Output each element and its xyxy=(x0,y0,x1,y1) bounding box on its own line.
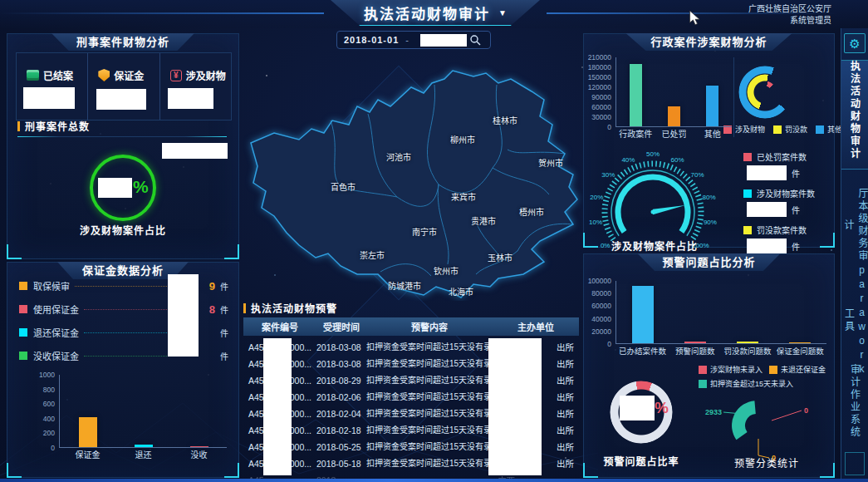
ring-caption: 涉及财物案件占比 xyxy=(40,223,206,237)
sidebar-item-label: parawork工具 xyxy=(842,264,868,377)
gauge-tick-labels: 0%10%20%30%40%50%60%70%80%90%100% xyxy=(591,147,715,243)
org-suffix: 出所 xyxy=(557,406,574,422)
case-prefix: A45 xyxy=(248,372,264,389)
legend-label: 使用保证金 xyxy=(33,302,79,316)
panel-title-plate: 刑事案件财物分析 xyxy=(51,33,194,51)
gauge-tick-label: 80% xyxy=(703,193,716,200)
redaction-box xyxy=(488,338,542,475)
bottom-accent-strip xyxy=(0,479,868,482)
case-prefix: A45 xyxy=(248,339,264,356)
column-header: 预警内容 xyxy=(366,320,493,333)
legend-value-row: 件 xyxy=(747,202,831,217)
gauge-tick-label: 40% xyxy=(621,155,635,163)
case-prefix: A45 xyxy=(248,356,264,372)
legend-value-row: 件 xyxy=(747,165,831,180)
chevron-down-icon[interactable]: ▼ xyxy=(498,8,507,17)
shield-icon xyxy=(98,69,110,81)
legend-unit: 件 xyxy=(220,303,232,316)
chart-y-axis: 100000800006000040000200000 xyxy=(586,281,615,344)
chart-bar-group: 保证金问题数 xyxy=(774,281,826,343)
warning-class-legend: 涉案财物未录入未退还保证金扣押资金超过15天未录入 xyxy=(699,364,835,389)
legend-color-swatch xyxy=(773,125,782,134)
legend-color-swatch xyxy=(19,282,27,290)
legend-item: 涉及财物案件数件 xyxy=(743,187,831,217)
org-suffix: 出所 xyxy=(557,339,574,356)
legend-label-row: 罚没款案件数 xyxy=(743,224,831,236)
column-header: 案件编号 xyxy=(243,320,316,333)
legend-color-swatch xyxy=(769,366,777,374)
map-city-label: 钦州市 xyxy=(434,264,459,277)
legend-item: 已处罚案件数件 xyxy=(743,150,831,180)
cell-date: 2018-..-.. xyxy=(316,472,366,479)
legend-color-swatch xyxy=(19,352,27,360)
legend-label: 取保候审 xyxy=(33,279,70,293)
class-value-teal: 2933 xyxy=(705,408,722,416)
chart-bar-group: 没收 xyxy=(171,375,227,447)
user-info-block: 广西壮族自治区公安厅 系统管理员 xyxy=(748,3,831,27)
legend-color-swatch xyxy=(19,305,27,313)
orange-tick-decoration xyxy=(17,121,20,131)
org-suffix: 出所 xyxy=(557,372,574,389)
table-header-row: 案件编号 受理时间 预警内容 主办单位 xyxy=(243,317,579,336)
chart-bar xyxy=(684,342,706,343)
cell-date: 2018-03-08 xyxy=(316,356,366,372)
legend-item: 退还保证金件 xyxy=(19,321,232,344)
cell-content: 扣押资金受案时间超过15天没有录入 xyxy=(366,422,493,439)
gauge-tick-label: 70% xyxy=(691,171,704,179)
redaction-box xyxy=(747,202,787,217)
orange-tick-decoration xyxy=(243,303,246,313)
map-city-label: 防城港市 xyxy=(388,279,421,292)
legend-item: 罚没款案件数件 xyxy=(743,224,831,253)
sidebar-bottom-box[interactable] xyxy=(845,452,865,475)
app-title-plate: 执法活动财物审计 ▼ xyxy=(331,0,540,26)
start-date-value[interactable]: 2018-01-01 xyxy=(344,35,399,45)
chart-category-label: 没收 xyxy=(191,448,208,460)
mouse-cursor xyxy=(689,11,701,26)
warning-bar-chart: 100000800006000040000200000已办结案件数预警问题数罚没… xyxy=(586,281,826,344)
redaction-box xyxy=(23,87,75,109)
column-header: 受理时间 xyxy=(316,320,366,333)
org-suffix: 出所 xyxy=(557,439,574,455)
admin-donut-ring-property xyxy=(753,81,777,104)
guangxi-province-map[interactable]: 桂林市柳州市贺州市河池市百色市来宾市梧州市贵港市南宁市玉林市崇左市钦州市防城港市… xyxy=(243,52,584,301)
case-prefix: A45 xyxy=(248,439,264,455)
sidebar-item[interactable]: parawork工具 xyxy=(841,264,868,362)
legend-unit: 件 xyxy=(220,280,232,293)
map-city-label: 柳州市 xyxy=(450,133,475,145)
stat-label: 涉及财物 xyxy=(186,68,226,82)
chart-bar-group: 已办结案件数 xyxy=(616,281,669,343)
settings-tab[interactable]: ⚙ xyxy=(844,33,866,53)
gauge-caption: 涉及财物案件占比 xyxy=(592,239,717,253)
legend-label: 已处罚案件数 xyxy=(757,150,807,163)
legend-color-swatch xyxy=(743,226,752,234)
map-city-label: 崇左市 xyxy=(360,248,385,261)
cell-content: 扣押资金受案时间超过15天没有录入 xyxy=(366,455,493,472)
legend-label: 未退还保证金 xyxy=(781,364,826,375)
gauge-tick-label: 50% xyxy=(646,150,660,158)
redaction-box xyxy=(420,34,467,47)
chart-bar xyxy=(79,417,97,447)
sidebar-item[interactable]: 审计作业系统 xyxy=(841,364,868,447)
cell-content: .................. xyxy=(366,472,493,479)
search-button[interactable] xyxy=(467,32,483,47)
stat-closed-cases: 已结案 xyxy=(17,53,88,120)
legend-color-swatch xyxy=(743,189,752,198)
legend-label-row: 涉及财物案件数 xyxy=(743,187,831,199)
org-suffix: 出所 xyxy=(557,455,574,472)
chart-bar xyxy=(706,86,718,126)
org-suffix: 出所 xyxy=(557,389,574,406)
section-title: 刑事案件总数 xyxy=(17,119,90,133)
redaction-box xyxy=(263,338,292,475)
map-city-label: 河池市 xyxy=(386,150,411,163)
sidebar-item[interactable]: 执法活动财物审计 xyxy=(841,60,868,170)
chart-bar-group: 预警问题数 xyxy=(669,281,721,343)
case-prefix: A45 xyxy=(248,389,264,406)
legend-dotted-line xyxy=(75,286,182,287)
map-city-label: 贺州市 xyxy=(538,156,563,169)
date-range-filter[interactable]: 2018-01-01 - xyxy=(336,31,491,49)
bail-data-panel: 保证金数据分析 取保候审9件使用保证金8件退还保证金件没收保证金件 100080… xyxy=(7,262,239,478)
sidebar-item[interactable]: 厅本级财务审计 xyxy=(841,187,868,263)
bail-bar-chart: 10008006004002000保证金退还没收 xyxy=(29,375,227,448)
warning-table: 执法活动财物预警 案件编号 受理时间 预警内容 主办单位 A450000...2… xyxy=(243,301,579,479)
chart-y-axis: 10008006004002000 xyxy=(29,375,59,448)
